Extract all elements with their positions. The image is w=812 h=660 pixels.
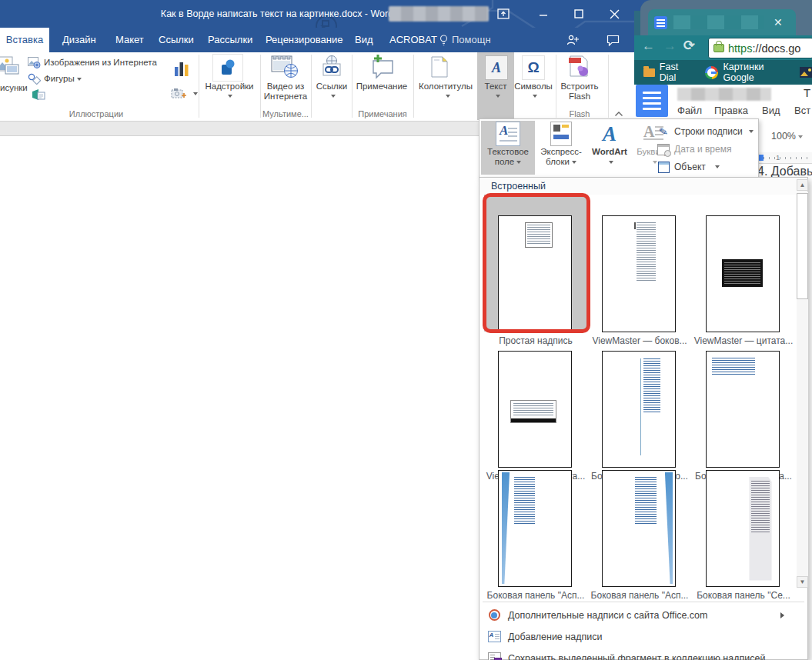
- docs-menu-file[interactable]: Файл: [677, 105, 702, 116]
- text-box-gallery: Встроенный Простая надпись ViewMaster — …: [479, 177, 808, 660]
- menu-item-save-selection[interactable]: Сохранить выделенный фрагмент в коллекци…: [480, 648, 795, 660]
- object-button[interactable]: Объект: [657, 159, 757, 175]
- online-pictures-button[interactable]: Изображения из Интернета: [44, 58, 157, 67]
- menu-item-draw-text-box[interactable]: A Добавление надписи: [480, 626, 795, 647]
- text-box-caret: [516, 161, 521, 164]
- tab-close-icon[interactable]: ✕: [774, 16, 783, 28]
- text-box-icon: A: [496, 122, 520, 146]
- illustrations-group-label: Иллюстрации: [15, 109, 177, 118]
- word-titlebar: Как в Ворде написать текст на картинке.d…: [0, 0, 634, 28]
- online-pictures-icon: [28, 57, 41, 68]
- text-box-button[interactable]: A Текстовое поле: [481, 121, 535, 175]
- wordart-icon: A: [603, 123, 617, 145]
- online-video-button[interactable]: Видео из: [262, 82, 309, 91]
- thumbnail-page: [706, 215, 780, 332]
- thumbnail-page: [706, 470, 780, 587]
- docs-menu-view[interactable]: Вид: [762, 105, 780, 116]
- links-icon[interactable]: [319, 55, 345, 79]
- minimize-button[interactable]: [526, 0, 560, 28]
- google-icon: [705, 66, 718, 79]
- menu-item-more-from-office[interactable]: Дополнительные надписи с сайта Office.co…: [480, 605, 795, 625]
- symbols-caret: [533, 95, 537, 98]
- scroll-down-button[interactable]: ▼: [797, 576, 808, 588]
- pictures-label[interactable]: исунки: [0, 83, 28, 92]
- thumbnail-page: [498, 470, 572, 587]
- online-video-label2[interactable]: Интернета: [262, 92, 309, 101]
- docs-menu-insert[interactable]: Вст: [794, 105, 810, 116]
- gallery-item-label: Простая надпись: [483, 335, 589, 346]
- text-box-label2: поле: [481, 157, 535, 167]
- tab-acrobat[interactable]: ACROBAT: [389, 28, 437, 52]
- tab-review[interactable]: Рецензирование: [266, 28, 343, 52]
- docs-menu-edit[interactable]: Правка: [714, 105, 748, 116]
- screenshot-caret[interactable]: [193, 92, 198, 95]
- maximize-button[interactable]: [562, 0, 596, 28]
- symbols-button[interactable]: Символы: [514, 82, 553, 91]
- gallery-item-label: Боковая панель "Се...: [690, 590, 797, 601]
- tab-references[interactable]: Ссылки: [159, 28, 194, 52]
- share-icon[interactable]: [557, 28, 588, 52]
- new-comment-icon[interactable]: [366, 53, 396, 79]
- embed-flash-button[interactable]: Встроить: [559, 82, 600, 91]
- shapes-caret: [77, 78, 82, 81]
- bookmark-image-icon-partial[interactable]: [800, 67, 812, 78]
- address-bar[interactable]: https://docs.go: [708, 38, 812, 58]
- wordart-button[interactable]: A WordArt: [587, 121, 632, 175]
- tab-layout[interactable]: Макет: [115, 28, 144, 52]
- tab-insert[interactable]: Вставка: [0, 28, 49, 52]
- thumbnail-page: [602, 215, 676, 332]
- addins-button[interactable]: Надстройки: [202, 82, 256, 91]
- gallery-header-label: Встроенный: [491, 181, 546, 192]
- symbols-icon[interactable]: Ω: [522, 55, 545, 80]
- header-footer-button[interactable]: Колонтитулы: [414, 82, 477, 91]
- group-separator: [608, 55, 609, 118]
- group-separator: [311, 55, 312, 118]
- shapes-button[interactable]: Фигуры: [44, 74, 82, 83]
- embed-flash-icon[interactable]: [566, 54, 591, 80]
- lightbulb-icon: [439, 35, 448, 46]
- scrollbar-thumb[interactable]: [797, 193, 808, 299]
- thumbnail-page: [498, 351, 572, 468]
- embed-flash-label2[interactable]: Flash: [559, 92, 600, 101]
- header-footer-icon[interactable]: [429, 55, 449, 79]
- addins-icon[interactable]: [212, 54, 243, 82]
- ribbon-display-options-button[interactable]: [486, 0, 520, 28]
- online-video-icon[interactable]: [269, 55, 300, 79]
- bookmark-fast-dial[interactable]: Fast Dial: [660, 62, 695, 83]
- menu-item-label: Добавление надписи: [508, 632, 602, 642]
- tab-tell-me-help[interactable]: Помощн: [439, 28, 491, 52]
- back-icon[interactable]: ←: [642, 38, 655, 54]
- forward-icon[interactable]: →: [663, 38, 677, 54]
- signature-line-button[interactable]: ✎ Строки подписи: [657, 124, 757, 139]
- bookmark-google-images[interactable]: Картинки Google: [723, 62, 792, 83]
- browser-toolbar: ← → ⟳ https://docs.go: [634, 35, 812, 60]
- smartart-icon[interactable]: [31, 88, 45, 102]
- screenshot-icon[interactable]: [171, 86, 188, 100]
- tab-mailings[interactable]: Рассылки: [208, 28, 252, 52]
- signature-line-label: Строки подписи: [674, 126, 743, 137]
- comment-button[interactable]: Примечание: [353, 82, 411, 91]
- close-button[interactable]: [597, 0, 631, 28]
- chart-icon[interactable]: [174, 60, 189, 77]
- addins-caret: [228, 95, 232, 98]
- browser-tab[interactable]: ✕: [648, 9, 796, 35]
- folder-icon: [643, 68, 655, 77]
- text-caret: [496, 95, 500, 98]
- tab-design[interactable]: Дизайн: [62, 28, 96, 52]
- draw-text-box-icon: A: [487, 631, 501, 642]
- reload-icon[interactable]: ⟳: [683, 37, 695, 54]
- quick-parts-button[interactable]: Экспресс- блоки: [536, 121, 586, 175]
- collapse-ribbon-icon[interactable]: [614, 106, 627, 117]
- docs-zoom-control[interactable]: 100%: [771, 131, 803, 142]
- flash-group-label: Flash: [559, 109, 600, 118]
- gallery-item-label: ViewMaster — боков...: [586, 335, 693, 346]
- tab-view[interactable]: Вид: [355, 28, 373, 52]
- date-time-button[interactable]: Дата и время: [657, 142, 757, 157]
- comment-bubble-icon[interactable]: [597, 28, 628, 52]
- menu-item-label: Дополнительные надписи с сайта Office.co…: [508, 610, 707, 621]
- pictures-icon[interactable]: [0, 54, 20, 80]
- gallery-item-label: Боковая панель "Асп...: [586, 590, 693, 601]
- links-button[interactable]: Ссылки: [312, 82, 351, 91]
- scroll-up-button[interactable]: ▲: [797, 179, 808, 191]
- gallery-scrollbar[interactable]: ▲ ▼: [797, 179, 808, 599]
